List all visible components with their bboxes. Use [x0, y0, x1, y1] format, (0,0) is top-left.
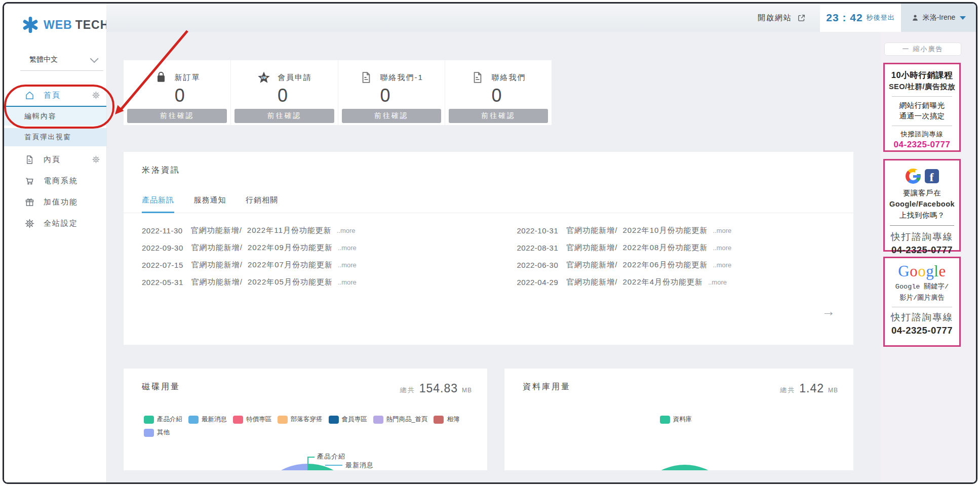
gear-icon	[24, 218, 35, 229]
news-item[interactable]: 2022-09-30 官網功能新增/ 2022年09月份功能更新 ..more	[142, 239, 489, 256]
news-date: 2022-09-30	[142, 243, 183, 252]
ad-phone-number: 04-2325-0777	[885, 245, 959, 256]
sidebar-item-site-settings[interactable]: 全站設定	[4, 213, 106, 234]
google-logo: Google	[885, 261, 959, 281]
language-selector[interactable]: 繁體中文	[20, 52, 103, 71]
tab-service-notices[interactable]: 服務通知	[193, 195, 226, 212]
go-confirm-button[interactable]: 前往確認	[342, 109, 441, 123]
gear-icon[interactable]	[92, 155, 100, 164]
legend-item: 特價專區	[233, 415, 271, 424]
sidebar-item-inner-pages[interactable]: 內頁	[4, 149, 106, 170]
news-category: 官網功能新增/	[191, 277, 243, 287]
news-column-left: 2022-11-30 官網功能新增/ 2022年11月份功能更新 ..more …	[142, 222, 489, 291]
sidebar-item-addons[interactable]: 加值功能	[4, 191, 106, 213]
sidebar-item-label: 電商系統	[44, 176, 78, 186]
gear-icon[interactable]	[92, 91, 100, 100]
news-date: 2022-10-31	[517, 226, 559, 235]
ad-brand-icons: f	[885, 169, 959, 184]
sidebar-item-home[interactable]: 首頁	[4, 85, 106, 106]
news-card-title: 米洛資訊	[142, 165, 180, 176]
language-value: 繁體中文	[29, 55, 58, 64]
user-menu[interactable]: 米洛-Irene	[901, 4, 976, 32]
legend-label: 產品介紹	[157, 415, 182, 424]
countdown-value: 23 : 42	[826, 12, 863, 24]
disk-usage-title: 磁碟用量	[142, 382, 180, 392]
google-g-icon	[906, 169, 921, 184]
ad-marketing-course[interactable]: 10小時行銷課程 SEO/社群/廣告投放 網站行銷曝光 通通一次搞定 快撥諮詢專…	[883, 63, 961, 152]
ad-google-facebook[interactable]: f 要讓客戶在 Google/Facebook 上找到你嗎？ 快打諮詢專線 04…	[883, 159, 961, 252]
divider	[892, 126, 952, 126]
ad-line: 上找到你嗎？	[885, 210, 959, 221]
sidebar-item-home-popup[interactable]: 首頁彈出視窗	[4, 128, 106, 146]
news-item[interactable]: 2022-05-31 官網功能新增/ 2022年05月份功能更新 ..more	[142, 273, 489, 291]
news-item[interactable]: 2022-11-30 官網功能新增/ 2022年11月份功能更新 ..more	[142, 222, 489, 239]
news-more-link[interactable]: ..more	[338, 278, 357, 286]
external-link-icon	[797, 14, 806, 22]
ad-line: 通通一次搞定	[885, 111, 959, 122]
open-website-button[interactable]: 開啟網站	[758, 4, 806, 32]
go-confirm-button[interactable]: 前往確認	[127, 109, 227, 123]
username: 米洛-Irene	[923, 13, 956, 22]
stat-card-contact-us-1: 聯絡我們-1 0 前往確認	[338, 60, 445, 125]
ad-line: 要讓客戶在	[885, 188, 959, 199]
legend-item: 最新消息	[188, 415, 227, 424]
sidebar-item-edit-content[interactable]: 編輯內容	[4, 106, 106, 126]
news-item[interactable]: 2022-08-31 官網功能新增/ 2022年08月份功能更新 ..more	[517, 239, 836, 256]
db-usage-card: 資料庫用量 總共 1.42 MB 資料庫	[504, 369, 853, 470]
facebook-icon: f	[925, 169, 939, 183]
stat-value: 0	[491, 85, 501, 106]
tab-marketing[interactable]: 行銷相關	[246, 195, 278, 212]
news-more-link[interactable]: ..more	[337, 227, 356, 234]
news-more-link[interactable]: ..more	[713, 227, 731, 234]
legend-label: 部落客穿搭	[291, 415, 323, 424]
news-item[interactable]: 2022-04-29 官網功能新增/ 2022年4月份功能更新 ..more	[517, 273, 836, 291]
stat-label: 聯絡我們-1	[380, 73, 423, 83]
next-page-arrow[interactable]: →	[821, 305, 835, 318]
sidebar-item-ecommerce[interactable]: 電商系統	[4, 170, 106, 191]
stat-card-member-applications: 會員申請 0 前往確認	[230, 60, 337, 125]
legend-label: 相簿	[447, 415, 459, 424]
news-more-link[interactable]: ..more	[338, 244, 357, 252]
news-item[interactable]: 2022-07-15 官網功能新增/ 2022年07月份功能更新 ..more	[142, 256, 489, 273]
news-column-right: 2022-10-31 官網功能新增/ 2022年10月份功能更新 ..more …	[489, 222, 836, 291]
news-more-link[interactable]: ..more	[338, 261, 357, 269]
news-more-link[interactable]: ..more	[713, 244, 731, 252]
stat-card-new-orders: 新訂單 0 前往確認	[124, 60, 230, 125]
total-value: 1.42	[799, 382, 824, 395]
asterisk-logo-icon	[22, 17, 38, 33]
divider	[892, 307, 952, 307]
news-title: 2022年06月份功能更新	[622, 260, 708, 270]
legend-swatch	[144, 416, 154, 424]
ad-hotline-label: 快打諮詢專線	[885, 230, 959, 243]
legend-item: 部落客穿搭	[278, 415, 323, 424]
legend-label: 熱門商品_首頁	[386, 415, 428, 424]
sidebar-item-label: 編輯內容	[24, 112, 57, 121]
gift-icon	[24, 197, 35, 208]
go-confirm-button[interactable]: 前往確認	[449, 109, 548, 123]
legend-item: 相簿	[434, 415, 459, 424]
legend-item: 熱門商品_首頁	[373, 415, 428, 424]
pie-callout-line	[325, 465, 342, 466]
ad-headline: 10小時行銷課程	[885, 69, 959, 82]
stat-label: 新訂單	[175, 73, 201, 83]
tab-product-news[interactable]: 產品新訊	[142, 195, 174, 213]
news-category: 官網功能新增/	[566, 260, 617, 270]
news-item[interactable]: 2022-06-30 官網功能新增/ 2022年06月份功能更新 ..more	[517, 256, 836, 273]
ad-google-ads[interactable]: Google Google 關鍵字/ 影片/圖片廣告 快打諮詢專線 04-232…	[883, 257, 961, 347]
news-date: 2022-11-30	[142, 226, 183, 235]
news-more-link[interactable]: ..more	[713, 261, 731, 269]
legend-label: 資料庫	[673, 415, 692, 424]
stat-label: 會員申請	[278, 73, 312, 83]
legend-swatch	[434, 416, 444, 424]
ad-phone-number: 04-2325-0777	[885, 325, 959, 336]
news-list: 2022-11-30 官網功能新增/ 2022年11月份功能更新 ..more …	[124, 222, 853, 291]
collapse-ads-button[interactable]: 一 縮小廣告	[884, 43, 961, 56]
total-label: 總共	[780, 386, 795, 395]
db-usage-total: 總共 1.42 MB	[780, 382, 838, 395]
news-item[interactable]: 2022-10-31 官網功能新增/ 2022年10月份功能更新 ..more	[517, 222, 836, 239]
go-confirm-button[interactable]: 前往確認	[234, 109, 334, 123]
stat-value: 0	[278, 85, 288, 106]
news-more-link[interactable]: ..more	[708, 278, 727, 286]
news-title: 2022年09月份功能更新	[248, 243, 333, 253]
legend-label: 最新消息	[202, 415, 227, 424]
